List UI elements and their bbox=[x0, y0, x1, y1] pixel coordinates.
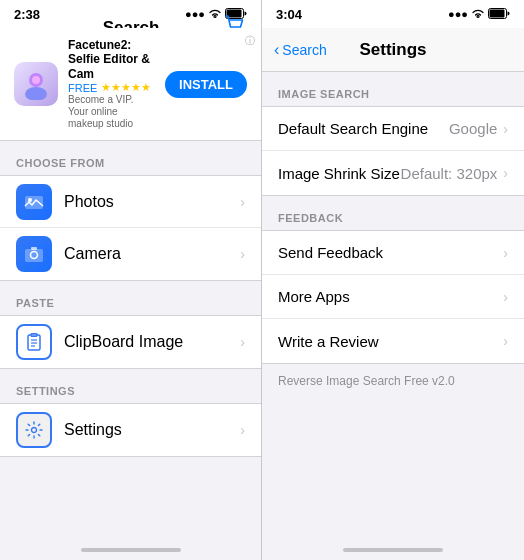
ad-free-label: FREE bbox=[68, 82, 97, 94]
home-indicator-left bbox=[0, 540, 261, 560]
clipboard-icon bbox=[16, 324, 52, 360]
list-group-choose: Photos › Camera › bbox=[0, 175, 261, 281]
photos-icon bbox=[16, 184, 52, 220]
settings-group-feedback: Send Feedback › More Apps › Write a Revi… bbox=[262, 230, 524, 364]
svg-point-6 bbox=[32, 76, 40, 84]
right-panel: 3:04 ●●● ‹ Search Settings IMAGE SEARCH … bbox=[262, 0, 524, 560]
wifi-icon-left bbox=[208, 8, 222, 21]
ad-subtitle: Become a VIP. Your online makeup studio bbox=[68, 94, 155, 130]
nav-title-right: Settings bbox=[359, 40, 426, 60]
svg-point-17 bbox=[32, 428, 37, 433]
svg-rect-11 bbox=[31, 247, 37, 250]
camera-label: Camera bbox=[64, 245, 228, 263]
settings-group-image: Default Search Engine Google › Image Shr… bbox=[262, 106, 524, 196]
status-bar-right: 3:04 ●●● bbox=[262, 0, 524, 28]
write-review-label: Write a Review bbox=[278, 333, 503, 350]
status-time-left: 2:38 bbox=[14, 7, 40, 22]
status-time-right: 3:04 bbox=[276, 7, 302, 22]
settings-row-more-apps[interactable]: More Apps › bbox=[262, 275, 524, 319]
list-group-paste: ClipBoard Image › bbox=[0, 315, 261, 369]
svg-point-5 bbox=[25, 87, 47, 100]
status-icons-right: ●●● bbox=[448, 8, 510, 21]
settings-row-shrink-size[interactable]: Image Shrink Size Default: 320px › bbox=[262, 151, 524, 195]
section-header-feedback: FEEDBACK bbox=[262, 196, 524, 230]
wifi-icon-right bbox=[471, 8, 485, 21]
ad-title: Facetune2: Selfie Editor & Cam bbox=[68, 38, 155, 81]
section-header-choose: CHOOSE FROM bbox=[0, 141, 261, 175]
more-apps-chevron: › bbox=[503, 289, 508, 305]
shrink-size-chevron: › bbox=[503, 165, 508, 181]
ad-info-icon[interactable]: ⓘ bbox=[245, 34, 255, 48]
left-panel: 2:38 ●●● Search bbox=[0, 0, 262, 560]
shrink-size-value: Default: 320px bbox=[401, 165, 498, 182]
section-header-image-search: IMAGE SEARCH bbox=[262, 72, 524, 106]
camera-icon bbox=[16, 236, 52, 272]
install-button[interactable]: INSTALL bbox=[165, 71, 247, 98]
settings-label: Settings bbox=[64, 421, 228, 439]
battery-icon-right bbox=[488, 8, 510, 21]
signal-icon-right: ●●● bbox=[448, 8, 468, 20]
settings-chevron: › bbox=[240, 422, 245, 438]
photos-chevron: › bbox=[240, 194, 245, 210]
clipboard-label: ClipBoard Image bbox=[64, 333, 228, 351]
settings-icon bbox=[16, 412, 52, 448]
send-feedback-chevron: › bbox=[503, 245, 508, 261]
settings-row-send-feedback[interactable]: Send Feedback › bbox=[262, 231, 524, 275]
nav-bar-right: ‹ Search Settings bbox=[262, 28, 524, 72]
ad-stars: ★★★★★ bbox=[101, 81, 151, 94]
search-engine-label: Default Search Engine bbox=[278, 120, 449, 137]
svg-rect-19 bbox=[490, 9, 505, 17]
ad-banner: Facetune2: Selfie Editor & Cam FREE ★★★★… bbox=[0, 28, 261, 141]
list-row-settings[interactable]: Settings › bbox=[0, 404, 261, 456]
ad-app-icon bbox=[14, 62, 58, 106]
list-row-camera[interactable]: Camera › bbox=[0, 228, 261, 280]
back-label: Search bbox=[282, 42, 326, 58]
photos-label: Photos bbox=[64, 193, 228, 211]
list-group-settings: Settings › bbox=[0, 403, 261, 457]
ad-info: Facetune2: Selfie Editor & Cam FREE ★★★★… bbox=[68, 38, 155, 130]
section-header-paste: PASTE bbox=[0, 281, 261, 315]
clipboard-chevron: › bbox=[240, 334, 245, 350]
back-chevron-icon: ‹ bbox=[274, 41, 279, 59]
camera-chevron: › bbox=[240, 246, 245, 262]
search-engine-value: Google bbox=[449, 120, 497, 137]
list-row-clipboard[interactable]: ClipBoard Image › bbox=[0, 316, 261, 368]
more-apps-label: More Apps bbox=[278, 288, 503, 305]
write-review-chevron: › bbox=[503, 333, 508, 349]
settings-row-search-engine[interactable]: Default Search Engine Google › bbox=[262, 107, 524, 151]
send-feedback-label: Send Feedback bbox=[278, 244, 503, 261]
search-engine-chevron: › bbox=[503, 121, 508, 137]
list-row-photos[interactable]: Photos › bbox=[0, 176, 261, 228]
signal-icon-left: ●●● bbox=[185, 8, 205, 20]
section-header-settings: SETTINGS bbox=[0, 369, 261, 403]
back-button[interactable]: ‹ Search bbox=[274, 41, 327, 59]
settings-row-write-review[interactable]: Write a Review › bbox=[262, 319, 524, 363]
home-indicator-right bbox=[262, 540, 524, 560]
version-text: Reverse Image Search Free v2.0 bbox=[262, 364, 524, 398]
shrink-size-label: Image Shrink Size bbox=[278, 165, 401, 182]
